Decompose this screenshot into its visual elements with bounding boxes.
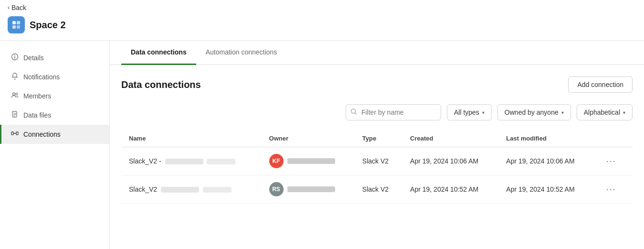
more-options-button[interactable]: ··· — [602, 154, 620, 168]
avatar: RS — [269, 182, 284, 196]
details-icon — [11, 53, 19, 63]
main-content: Data connections Automation connections … — [110, 41, 644, 249]
tab-automation-connections[interactable]: Automation connections — [196, 41, 286, 65]
svg-point-5 — [14, 55, 15, 56]
table-row: Slack_V2 - KF Slack V2 Apr 19, 2024 10:0… — [121, 147, 633, 175]
table-row: Slack_V2 RS Slack V2 Apr 19, 2024 10:52 … — [121, 175, 633, 204]
sort-filter-label: Alphabetical — [584, 108, 620, 116]
back-button[interactable]: ‹ Back — [8, 4, 26, 11]
sidebar: Details Notifications Members Data files — [0, 41, 110, 249]
svg-point-7 — [16, 93, 18, 95]
cell-modified: Apr 19, 2024 10:06 AM — [498, 147, 594, 175]
type-filter[interactable]: All types ▾ — [447, 104, 492, 120]
cell-owner: KF — [262, 147, 355, 175]
cell-type: Slack V2 — [355, 175, 402, 204]
type-filter-chevron-icon: ▾ — [482, 110, 485, 115]
connections-title: Data connections — [121, 79, 201, 90]
owner-filter[interactable]: Owned by anyone ▾ — [497, 104, 571, 120]
add-connection-button[interactable]: Add connection — [568, 76, 633, 93]
sidebar-item-notifications-label: Notifications — [23, 73, 60, 81]
sidebar-item-notifications[interactable]: Notifications — [0, 67, 109, 87]
col-type: Type — [355, 130, 402, 147]
cell-actions: ··· — [595, 175, 633, 204]
connections-icon — [11, 130, 19, 139]
col-modified: Last modified — [498, 130, 594, 147]
svg-rect-2 — [12, 25, 16, 29]
search-input[interactable] — [346, 104, 441, 120]
back-label: Back — [11, 4, 26, 11]
owner-filter-label: Owned by anyone — [505, 108, 559, 116]
sidebar-item-details-label: Details — [23, 54, 44, 62]
space-icon — [8, 16, 25, 33]
back-chevron-icon: ‹ — [8, 4, 10, 11]
space-title: Space 2 — [30, 20, 66, 31]
sidebar-item-data-files-label: Data files — [23, 111, 51, 119]
col-created: Created — [402, 130, 498, 147]
notifications-icon — [11, 72, 19, 82]
data-files-icon — [11, 110, 19, 120]
cell-name: Slack_V2 — [121, 175, 262, 204]
connections-area: Data connections Add connection All type… — [110, 65, 644, 215]
avatar: KF — [269, 154, 284, 168]
col-owner: Owner — [262, 130, 355, 147]
col-actions — [595, 130, 633, 147]
more-options-button[interactable]: ··· — [602, 183, 620, 196]
svg-rect-3 — [17, 25, 20, 29]
members-icon — [11, 91, 19, 101]
cell-name: Slack_V2 - — [121, 147, 262, 175]
sort-filter-chevron-icon: ▾ — [623, 110, 625, 115]
svg-point-6 — [13, 93, 15, 95]
cell-created: Apr 19, 2024 10:06 AM — [402, 147, 498, 175]
svg-rect-1 — [17, 21, 20, 24]
sidebar-item-connections-label: Connections — [23, 130, 61, 138]
type-filter-label: All types — [454, 108, 479, 116]
search-icon — [350, 108, 357, 117]
cell-created: Apr 19, 2024 10:52 AM — [402, 175, 498, 204]
sidebar-item-data-files[interactable]: Data files — [0, 106, 109, 125]
cell-modified: Apr 19, 2024 10:52 AM — [498, 175, 594, 204]
filters-bar: All types ▾ Owned by anyone ▾ Alphabetic… — [121, 104, 633, 120]
svg-rect-0 — [12, 21, 16, 24]
cell-type: Slack V2 — [355, 147, 402, 175]
sidebar-item-members-label: Members — [23, 92, 51, 100]
owner-filter-chevron-icon: ▾ — [561, 110, 564, 115]
connections-header: Data connections Add connection — [121, 76, 633, 93]
col-name: Name — [121, 130, 262, 147]
owner-name-blurred — [287, 158, 335, 164]
sort-filter[interactable]: Alphabetical ▾ — [577, 104, 633, 120]
tabs-bar: Data connections Automation connections — [110, 41, 644, 65]
sidebar-item-details[interactable]: Details — [0, 48, 109, 67]
cell-owner: RS — [262, 175, 355, 204]
owner-name-blurred — [287, 186, 335, 192]
sidebar-item-connections[interactable]: Connections — [0, 125, 109, 144]
search-wrap — [346, 104, 441, 120]
tab-data-connections[interactable]: Data connections — [121, 41, 196, 65]
cell-actions: ··· — [595, 147, 633, 175]
connections-table: Name Owner Type Created Last modified Sl… — [121, 130, 633, 204]
sidebar-item-members[interactable]: Members — [0, 87, 109, 106]
